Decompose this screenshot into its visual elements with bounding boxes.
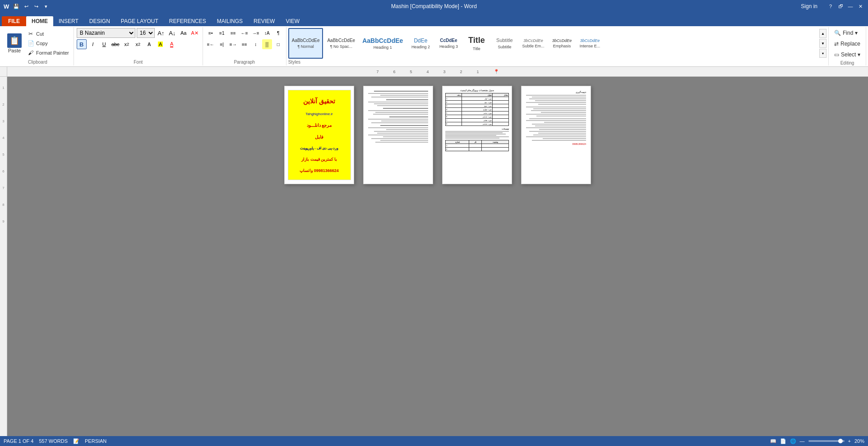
style-no-spacing-label: ¶ No Spac... — [330, 44, 352, 49]
style-subtle-em[interactable]: 3bCcDdEe Subtle Em... — [519, 28, 547, 59]
ruler-area: 7 6 5 4 3 2 1 📍 — [0, 67, 868, 77]
paragraph-group-label: Paragraph — [234, 60, 255, 65]
select-button[interactable]: ▭ Select ▾ — [831, 50, 863, 60]
style-intense-e-preview: 3bCcDdEe — [580, 38, 600, 43]
style-subtitle[interactable]: Subtitle Subtitle — [491, 28, 518, 59]
save-qat-button[interactable]: 💾 — [12, 2, 21, 11]
grow-font-button[interactable]: A↑ — [156, 28, 166, 38]
paste-label: Paste — [8, 48, 21, 53]
style-heading3[interactable]: CcDdEe Heading 3 — [435, 28, 462, 59]
style-intense-e[interactable]: 3bCcDdEe Intense E... — [576, 28, 603, 59]
tab-design[interactable]: DESIGN — [84, 16, 115, 26]
zoom-slider[interactable] — [808, 440, 845, 442]
cut-button[interactable]: ✂ Cut — [25, 29, 71, 38]
style-title[interactable]: Title Title — [463, 28, 490, 59]
page-3: جدول مشخصات و ویژگی‌های کیفیت ردیف عنوان… — [442, 86, 512, 184]
tab-view[interactable]: VIEW — [280, 16, 305, 26]
undo-qat-button[interactable]: ↩ — [22, 2, 31, 11]
sort-button[interactable]: ↕A — [262, 28, 272, 38]
word-icon: W — [4, 3, 9, 10]
copy-button[interactable]: 📄 Copy — [25, 39, 71, 48]
line-spacing-button[interactable]: ↕ — [251, 39, 261, 49]
style-no-spacing[interactable]: AaBbCcDdEe ¶ No Spac... — [324, 28, 358, 59]
print-layout-button[interactable]: 📄 — [780, 438, 786, 444]
align-center-button[interactable]: ≡| — [217, 39, 227, 49]
spelling-check-icon[interactable]: 📝 — [73, 438, 79, 444]
restore-button[interactable]: 🗗 — [836, 2, 845, 10]
zoom-out-button[interactable]: — — [800, 438, 805, 444]
style-title-preview: Title — [468, 36, 485, 46]
subscript-button[interactable]: x2 — [122, 39, 132, 49]
web-layout-button[interactable]: 🌐 — [790, 438, 796, 444]
align-right-button[interactable]: ≡→ — [228, 39, 238, 49]
redo-qat-button[interactable]: ↪ — [32, 2, 41, 11]
style-heading2-preview: DdEe — [414, 37, 427, 44]
justify-button[interactable]: ≡≡ — [240, 39, 249, 49]
help-button[interactable]: ? — [826, 2, 835, 10]
align-left-button[interactable]: ≡← — [206, 39, 216, 49]
vertical-ruler: 1 2 3 4 5 6 7 8 9 — [0, 77, 7, 436]
shading-button[interactable]: ▒ — [262, 39, 272, 49]
tab-page-layout[interactable]: PAGE LAYOUT — [115, 16, 164, 26]
zoom-in-button[interactable]: + — [848, 438, 851, 444]
minimize-button[interactable]: — — [846, 2, 854, 10]
style-heading1[interactable]: AaBbCcDdEe Heading 1 — [359, 28, 406, 59]
bold-button[interactable]: B — [77, 39, 87, 49]
language-indicator[interactable]: PERSIAN — [85, 438, 106, 444]
customize-qat-button[interactable]: ▾ — [42, 2, 51, 11]
font-color-button[interactable]: A — [167, 39, 177, 49]
editing-group-label: Editing — [840, 60, 854, 65]
increase-indent-button[interactable]: →≡ — [251, 28, 261, 38]
clipboard-group-label: Clipboard — [28, 60, 47, 65]
replace-button[interactable]: ⇄ Replace — [831, 39, 863, 49]
bullets-button[interactable]: ≡• — [206, 28, 216, 38]
borders-button[interactable]: □ — [273, 39, 283, 49]
style-subtitle-preview: Subtitle — [496, 37, 513, 43]
strikethrough-button[interactable]: abc — [111, 39, 120, 49]
zoom-level[interactable]: 20% — [854, 438, 864, 444]
tab-insert[interactable]: INSERT — [53, 16, 84, 26]
close-button[interactable]: ✕ — [856, 2, 864, 10]
numbering-button[interactable]: ≡1 — [217, 28, 227, 38]
page1-line4: با کمترین قیمت بازار — [301, 157, 337, 162]
tab-home[interactable]: HOME — [26, 16, 53, 26]
style-heading2-label: Heading 2 — [411, 45, 430, 49]
style-normal-preview: AaBbCcDdEe — [292, 38, 320, 43]
tab-mailings[interactable]: MAILINGS — [212, 16, 248, 26]
underline-button[interactable]: U — [99, 39, 109, 49]
tab-file[interactable]: FILE — [2, 16, 26, 26]
page-1: تحقیق آنلاین Tahghighonline.ir مرجع دانل… — [284, 86, 354, 184]
zoom-thumb — [838, 439, 843, 443]
sign-in-button[interactable]: Sign in — [797, 3, 821, 9]
multilevel-list-button[interactable]: ≡≡ — [228, 28, 238, 38]
horizontal-ruler: 7 6 5 4 3 2 1 📍 — [7, 67, 868, 76]
show-formatting-button[interactable]: ¶ — [273, 28, 283, 38]
style-heading2[interactable]: DdEe Heading 2 — [407, 28, 434, 59]
find-button[interactable]: 🔍 Find ▾ — [831, 28, 860, 38]
font-size-select[interactable]: 16 — [137, 28, 155, 38]
shrink-font-button[interactable]: A↓ — [167, 28, 177, 38]
page1-line1: مرجع دانلـــود — [307, 123, 332, 128]
highlight-color-button[interactable]: A — [156, 39, 166, 49]
ribbon-tabs: FILE HOME INSERT DESIGN PAGE LAYOUT REFE… — [0, 13, 868, 26]
format-painter-button[interactable]: 🖌 Format Painter — [25, 48, 71, 57]
italic-button[interactable]: I — [88, 39, 98, 49]
replace-icon: ⇄ — [834, 41, 839, 47]
tab-review[interactable]: REVIEW — [248, 16, 280, 26]
read-mode-button[interactable]: 📖 — [770, 438, 776, 444]
style-normal[interactable]: AaBbCcDdEe ¶ Normal — [288, 28, 323, 59]
change-case-button[interactable]: Aa — [179, 28, 189, 38]
tab-references[interactable]: REFERENCES — [164, 16, 212, 26]
font-name-select[interactable]: B Nazanin — [77, 28, 135, 38]
superscript-button[interactable]: x2 — [133, 39, 143, 49]
decrease-indent-button[interactable]: ←≡ — [240, 28, 249, 38]
styles-scroll-up-button[interactable]: ▲ — [819, 29, 826, 38]
style-intense-e-label: Intense E... — [580, 44, 600, 48]
styles-scroll-down-button[interactable]: ▼ — [819, 39, 826, 48]
styles-more-button[interactable]: ▾ — [819, 49, 826, 58]
page1-title: تحقیق آنلاین — [303, 97, 335, 105]
clear-format-button[interactable]: A✕ — [190, 28, 200, 38]
paste-button[interactable]: 📋 Paste — [5, 33, 24, 54]
text-effects-button[interactable]: A — [144, 39, 154, 49]
style-emphasis[interactable]: 3bCcDdEe Emphasis — [548, 28, 575, 59]
